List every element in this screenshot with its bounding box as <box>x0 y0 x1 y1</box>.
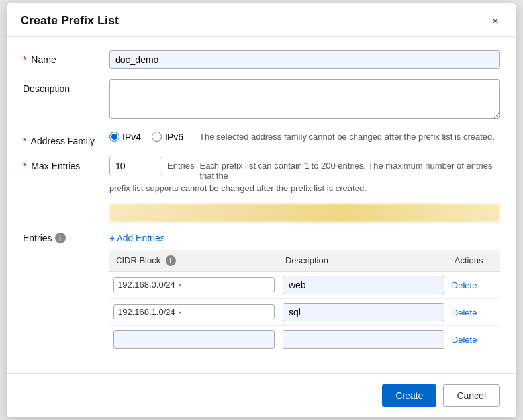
delete-button-0[interactable]: Delete <box>452 280 477 290</box>
dialog-body: * Name Description * Address Family <box>7 37 516 366</box>
ipv4-radio[interactable] <box>109 132 119 142</box>
name-row: * Name <box>23 50 500 69</box>
desc-cell-0 <box>279 271 448 298</box>
name-input[interactable] <box>109 50 500 69</box>
desc-input-1[interactable] <box>283 303 444 321</box>
name-label: * Name <box>23 50 109 65</box>
create-prefix-list-dialog: Create Prefix List × * Name Description … <box>7 3 516 418</box>
max-entries-row: * Max Entries Entries Each prefix list c… <box>23 157 500 193</box>
create-button[interactable]: Create <box>382 384 436 407</box>
address-family-hint: The selected address family cannot be ch… <box>199 132 495 142</box>
delete-button-1[interactable]: Delete <box>452 308 477 317</box>
ipv6-option[interactable]: IPv6 <box>152 132 183 142</box>
entries-info-icon[interactable]: i <box>55 233 66 243</box>
cidr-tag-wrapper-1: 192.168.1.0/24 × <box>113 304 275 319</box>
cidr-cell-1: 192.168.1.0/24 × <box>109 298 279 325</box>
entries-label-row: Entries i + Add Entries <box>23 233 500 243</box>
table-row: Delete <box>109 325 500 353</box>
max-entries-hint2: prefix list supports cannot be changed a… <box>109 183 500 193</box>
dialog-title: Create Prefix List <box>21 14 119 28</box>
cidr-remove-1[interactable]: × <box>178 308 182 316</box>
action-cell-0: Delete <box>448 271 500 298</box>
cidr-cell-2 <box>109 325 279 353</box>
description-input[interactable] <box>109 79 500 119</box>
required-star-me: * <box>23 161 26 171</box>
description-header: Description <box>279 250 448 272</box>
dialog-header: Create Prefix List × <box>7 3 516 37</box>
add-entries-button[interactable]: + Add Entries <box>109 233 165 243</box>
entries-unit-label: Entries <box>167 157 194 171</box>
max-entries-label: * Max Entries <box>23 157 109 171</box>
cidr-remove-0[interactable]: × <box>178 281 182 289</box>
ipv4-option[interactable]: IPv4 <box>109 132 141 142</box>
blurred-banner <box>109 204 500 222</box>
desc-cell-2 <box>279 325 448 353</box>
description-label: Description <box>23 79 109 94</box>
cidr-cell-0: 192.168.0.0/24 × <box>109 271 279 298</box>
entries-section-label: Entries i <box>23 233 109 243</box>
delete-button-2[interactable]: Delete <box>452 335 477 345</box>
cidr-tag-0: 192.168.0.0/24 × <box>118 280 182 290</box>
desc-input-0[interactable] <box>283 276 444 294</box>
close-button[interactable]: × <box>487 14 502 28</box>
max-entries-content: Entries Each prefix list can contain 1 t… <box>109 157 500 181</box>
description-field-wrapper <box>109 79 500 121</box>
table-row: 192.168.1.0/24 ×Delete <box>109 298 500 325</box>
cidr-input-2[interactable] <box>113 330 275 349</box>
ipv6-radio[interactable] <box>152 132 162 142</box>
required-star-af: * <box>23 136 26 146</box>
address-family-row: * Address Family IPv4 IPv6 The selected … <box>23 132 500 146</box>
action-cell-2: Delete <box>448 325 500 353</box>
desc-cell-1 <box>279 298 448 325</box>
ipv4-label: IPv4 <box>122 132 141 142</box>
address-family-options: IPv4 IPv6 The selected address family ca… <box>109 132 500 142</box>
entries-section: Entries i + Add Entries CIDR Block i Des… <box>23 233 500 353</box>
cidr-tag-wrapper-0: 192.168.0.0/24 × <box>113 277 275 292</box>
max-entries-hint: Each prefix list can contain 1 to 200 en… <box>199 157 500 181</box>
cidr-block-header: CIDR Block i <box>109 250 279 272</box>
cidr-tag-1: 192.168.1.0/24 × <box>118 307 182 317</box>
cidr-info-icon[interactable]: i <box>166 255 176 266</box>
max-entries-input[interactable] <box>109 157 162 175</box>
address-family-label: * Address Family <box>23 132 109 146</box>
dialog-footer: Create Cancel <box>7 373 516 417</box>
max-entries-field-wrapper: Entries Each prefix list can contain 1 t… <box>109 157 500 193</box>
required-star-name: * <box>23 54 26 65</box>
table-row: 192.168.0.0/24 ×Delete <box>109 271 500 298</box>
cancel-button[interactable]: Cancel <box>443 384 500 407</box>
description-row: Description <box>23 79 500 121</box>
name-field-wrapper <box>109 50 500 69</box>
entries-table: CIDR Block i Description Actions 192.168… <box>109 250 500 353</box>
actions-header: Actions <box>448 250 500 272</box>
desc-input-2[interactable] <box>283 330 444 349</box>
action-cell-1: Delete <box>448 298 500 325</box>
table-header-row: CIDR Block i Description Actions <box>109 250 500 272</box>
ipv6-label: IPv6 <box>165 132 183 142</box>
